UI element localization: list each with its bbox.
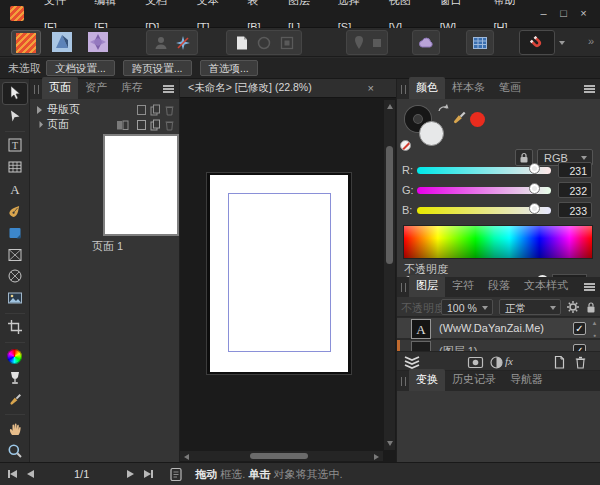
eyedropper-icon[interactable] bbox=[450, 109, 468, 127]
tab-navigator[interactable]: 导航器 bbox=[503, 369, 550, 391]
layer-effects-button[interactable]: fx bbox=[505, 355, 513, 367]
panel-grip-icon[interactable] bbox=[401, 377, 406, 386]
panel-grip-icon[interactable] bbox=[401, 85, 406, 94]
tab-transform[interactable]: 变换 bbox=[409, 369, 445, 391]
tab-assets[interactable]: 资产 bbox=[78, 77, 114, 99]
first-page-button[interactable] bbox=[8, 470, 17, 478]
add-page-icon[interactable] bbox=[136, 119, 147, 131]
expand-arrow-icon[interactable] bbox=[36, 121, 43, 128]
pages-section[interactable]: 页面 bbox=[30, 117, 179, 132]
frame-text-tool[interactable]: T bbox=[2, 135, 28, 156]
document-setup-button[interactable]: 文档设置... bbox=[46, 60, 115, 76]
snapping-button[interactable] bbox=[519, 30, 555, 55]
vertical-scrollbar[interactable] bbox=[384, 100, 395, 450]
vertical-scroll-thumb[interactable] bbox=[386, 146, 393, 264]
layer-visibility-checkbox[interactable]: ✓ bbox=[573, 322, 586, 335]
layer-stack-icon[interactable] bbox=[402, 354, 422, 370]
edit-shape-button[interactable] bbox=[175, 35, 191, 51]
adjustment-icon[interactable] bbox=[489, 355, 504, 370]
tab-stroke[interactable]: 笔画 bbox=[492, 77, 528, 99]
panel-menu-icon[interactable] bbox=[584, 85, 595, 94]
current-color-dot[interactable] bbox=[470, 112, 485, 127]
close-button[interactable]: × bbox=[576, 6, 591, 22]
tab-stock[interactable]: 库存 bbox=[114, 77, 150, 99]
panel-grip-icon[interactable] bbox=[34, 85, 39, 94]
color-picker-tool[interactable] bbox=[2, 389, 28, 410]
next-page-button[interactable] bbox=[127, 470, 134, 478]
layer-row-text[interactable]: A (WwW.DaYanZai.Me) ✓ ▲ ● ▼ bbox=[397, 317, 600, 339]
designer-persona-button[interactable] bbox=[52, 32, 72, 52]
duplicate-page-icon[interactable] bbox=[150, 104, 161, 116]
baseline-grid-button[interactable] bbox=[466, 30, 494, 55]
collapse-arrow-icon[interactable] bbox=[37, 106, 42, 114]
panel-menu-icon[interactable] bbox=[163, 85, 174, 94]
move-tool[interactable] bbox=[2, 82, 28, 105]
blue-value[interactable]: 233 bbox=[558, 202, 592, 218]
zoom-tool[interactable] bbox=[2, 440, 28, 461]
crop-tool[interactable] bbox=[2, 317, 28, 338]
green-slider-handle[interactable] bbox=[529, 183, 540, 194]
close-document-icon[interactable]: × bbox=[368, 82, 396, 94]
tab-pages[interactable]: 页面 bbox=[42, 77, 78, 99]
scroll-left-icon[interactable] bbox=[184, 454, 189, 460]
new-document-button[interactable] bbox=[234, 35, 250, 51]
red-value[interactable]: 231 bbox=[558, 162, 592, 178]
trash-icon[interactable] bbox=[574, 355, 587, 370]
master-pages-section[interactable]: 母版页 bbox=[30, 102, 179, 117]
no-color-icon[interactable] bbox=[400, 140, 411, 151]
add-page-icon[interactable] bbox=[136, 104, 147, 116]
table-tool[interactable] bbox=[2, 157, 28, 178]
preferences-button[interactable]: 首选项... bbox=[200, 60, 258, 76]
green-value[interactable]: 232 bbox=[558, 182, 592, 198]
tab-layers[interactable]: 图层 bbox=[409, 275, 445, 297]
tab-character[interactable]: 字符 bbox=[445, 275, 481, 297]
last-page-button[interactable] bbox=[144, 470, 153, 478]
rectangle-tool[interactable] bbox=[2, 222, 28, 243]
red-slider-handle[interactable] bbox=[529, 163, 540, 174]
scroll-right-icon[interactable] bbox=[374, 454, 379, 460]
minimize-button[interactable]: – bbox=[536, 6, 551, 22]
horizontal-scrollbar[interactable] bbox=[180, 451, 383, 461]
node-tool[interactable] bbox=[2, 106, 28, 127]
maximize-button[interactable]: □ bbox=[556, 6, 571, 22]
page-surface[interactable] bbox=[210, 175, 348, 372]
pin-button[interactable] bbox=[351, 35, 367, 51]
hand-tool[interactable] bbox=[2, 418, 28, 439]
account-button[interactable] bbox=[153, 35, 169, 51]
artistic-text-tool[interactable]: A bbox=[2, 179, 28, 200]
blend-mode-dropdown[interactable]: 正常 bbox=[499, 299, 561, 315]
duplicate-page-icon[interactable] bbox=[150, 119, 161, 131]
publisher-persona-button[interactable] bbox=[11, 30, 41, 55]
document-tab[interactable]: <未命名> [已修改] (22.8%) × bbox=[180, 79, 396, 98]
tab-swatches[interactable]: 样本条 bbox=[445, 77, 492, 99]
pen-tool[interactable] bbox=[2, 200, 28, 221]
tab-paragraph[interactable]: 段落 bbox=[481, 275, 517, 297]
scroll-up-icon[interactable]: ▲ bbox=[592, 320, 598, 326]
spread-setup-button[interactable]: 跨页设置... bbox=[123, 60, 192, 76]
tab-color[interactable]: 颜色 bbox=[409, 77, 445, 99]
layer-row-2[interactable]: (图层 1) ✓ bbox=[397, 339, 600, 351]
picture-frame-ellipse-tool[interactable] bbox=[2, 266, 28, 287]
export-button[interactable] bbox=[279, 35, 295, 51]
page-canvas[interactable] bbox=[206, 172, 352, 375]
previous-page-button[interactable] bbox=[27, 470, 34, 478]
preflight-button[interactable] bbox=[412, 30, 440, 55]
tab-text-styles[interactable]: 文本样式 bbox=[517, 275, 575, 297]
toolbar-overflow-button[interactable]: » bbox=[588, 35, 594, 47]
trash-icon[interactable] bbox=[164, 104, 175, 116]
panel-grip-icon[interactable] bbox=[401, 283, 406, 292]
scroll-down-icon[interactable] bbox=[387, 441, 393, 446]
horizontal-scroll-thumb[interactable] bbox=[250, 453, 308, 459]
tab-history[interactable]: 历史记录 bbox=[445, 369, 503, 391]
trash-icon[interactable] bbox=[164, 119, 175, 131]
snapping-dropdown[interactable] bbox=[559, 41, 565, 45]
scroll-up-icon[interactable] bbox=[387, 104, 393, 109]
swap-colors-icon[interactable] bbox=[437, 103, 449, 115]
photo-persona-button[interactable] bbox=[88, 32, 108, 52]
panel-menu-icon[interactable] bbox=[584, 283, 595, 292]
gear-icon[interactable] bbox=[566, 300, 580, 314]
color-spectrum[interactable] bbox=[403, 225, 593, 259]
page-1-thumbnail[interactable] bbox=[103, 134, 179, 236]
lock-icon[interactable] bbox=[585, 300, 597, 314]
fill-tool[interactable] bbox=[2, 346, 28, 367]
